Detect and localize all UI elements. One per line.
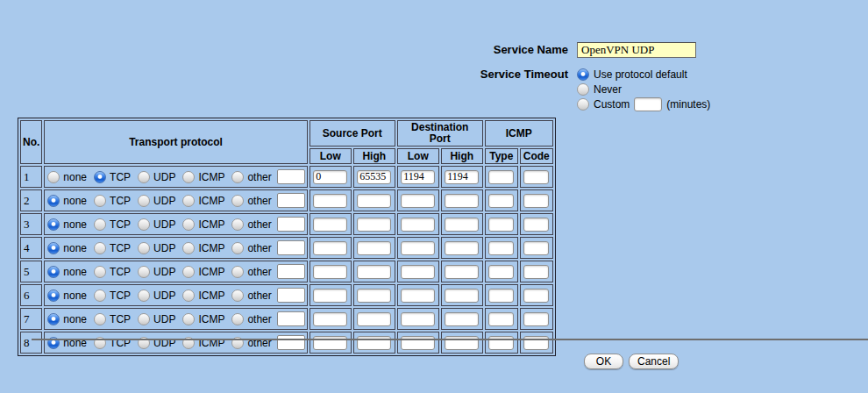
icmp-code-input[interactable] — [523, 312, 549, 326]
none-radio[interactable] — [47, 242, 60, 254]
protocol-option-none[interactable]: none — [47, 242, 87, 254]
tcp-radio[interactable] — [94, 313, 106, 325]
dest-port-high-input[interactable] — [445, 289, 479, 303]
protocol-option-icmp[interactable]: ICMP — [182, 171, 224, 183]
icmp-type-input[interactable] — [488, 194, 514, 208]
icmp-code-input[interactable] — [523, 289, 549, 303]
icmp-type-input[interactable] — [488, 336, 514, 350]
source-port-low-input[interactable] — [313, 241, 347, 255]
protocol-option-tcp[interactable]: TCP — [94, 289, 131, 302]
dest-port-low-input[interactable] — [401, 312, 435, 326]
dest-port-high-input[interactable] — [445, 170, 479, 184]
protocol-option-other[interactable]: other — [231, 266, 271, 278]
other-radio[interactable] — [231, 266, 244, 278]
source-port-high-input[interactable] — [357, 265, 391, 279]
protocol-option-icmp[interactable]: ICMP — [182, 289, 224, 302]
protocol-option-udp[interactable]: UDP — [138, 195, 175, 207]
source-port-high-input[interactable] — [357, 312, 391, 326]
icmp-type-input[interactable] — [488, 170, 514, 184]
protocol-option-none[interactable]: none — [47, 195, 87, 207]
other-protocol-input[interactable] — [277, 193, 305, 208]
icmp-type-input[interactable] — [488, 289, 514, 303]
none-radio[interactable] — [47, 313, 60, 325]
custom-minutes-input[interactable] — [634, 97, 662, 111]
protocol-option-icmp[interactable]: ICMP — [182, 313, 224, 325]
tcp-radio[interactable] — [94, 195, 106, 207]
source-port-high-input[interactable] — [357, 241, 391, 255]
icmp-radio[interactable] — [182, 171, 195, 183]
dest-port-high-input[interactable] — [445, 265, 479, 279]
protocol-option-none[interactable]: none — [47, 218, 87, 231]
other-protocol-input[interactable] — [277, 240, 305, 255]
tcp-radio[interactable] — [94, 289, 106, 302]
protocol-option-other[interactable]: other — [231, 289, 271, 302]
icmp-radio[interactable] — [182, 242, 195, 254]
udp-radio[interactable] — [138, 289, 150, 302]
none-radio[interactable] — [47, 171, 60, 183]
none-radio[interactable] — [47, 195, 60, 207]
other-protocol-input[interactable] — [277, 288, 305, 303]
icmp-code-input[interactable] — [523, 194, 549, 208]
tcp-radio[interactable] — [94, 242, 106, 254]
icmp-code-input[interactable] — [523, 218, 549, 232]
protocol-option-none[interactable]: none — [47, 313, 87, 325]
icmp-type-input[interactable] — [488, 265, 514, 279]
protocol-option-other[interactable]: other — [231, 195, 271, 207]
dest-port-low-input[interactable] — [401, 265, 435, 279]
protocol-option-tcp[interactable]: TCP — [94, 171, 131, 183]
protocol-option-other[interactable]: other — [231, 218, 271, 231]
dest-port-low-input[interactable] — [401, 218, 435, 232]
protocol-option-tcp[interactable]: TCP — [94, 313, 131, 325]
service-name-input[interactable] — [577, 42, 696, 58]
tcp-radio[interactable] — [94, 218, 106, 231]
source-port-high-input[interactable] — [357, 170, 391, 184]
icmp-type-input[interactable] — [488, 312, 514, 326]
icmp-radio[interactable] — [182, 289, 195, 302]
udp-radio[interactable] — [138, 195, 150, 207]
tcp-radio[interactable] — [94, 171, 106, 183]
icmp-code-input[interactable] — [523, 336, 549, 350]
other-protocol-input[interactable] — [277, 264, 305, 279]
protocol-option-other[interactable]: other — [231, 313, 271, 325]
other-radio[interactable] — [231, 171, 244, 183]
protocol-option-tcp[interactable]: TCP — [94, 242, 131, 254]
protocol-option-udp[interactable]: UDP — [138, 218, 175, 231]
source-port-low-input[interactable] — [313, 312, 347, 326]
other-radio[interactable] — [231, 218, 244, 231]
udp-radio[interactable] — [138, 313, 150, 325]
none-radio[interactable] — [47, 289, 60, 302]
dest-port-high-input[interactable] — [445, 218, 479, 232]
udp-radio[interactable] — [138, 218, 150, 231]
protocol-option-other[interactable]: other — [231, 171, 271, 183]
source-port-low-input[interactable] — [313, 289, 347, 303]
protocol-option-none[interactable]: none — [47, 171, 87, 183]
timeout-option-use-protocol-default[interactable]: Use protocol default — [577, 68, 710, 82]
protocol-option-udp[interactable]: UDP — [138, 289, 175, 302]
icmp-radio[interactable] — [182, 195, 195, 207]
source-port-high-input[interactable] — [357, 336, 391, 350]
protocol-option-none[interactable]: none — [47, 266, 87, 278]
other-radio[interactable] — [231, 195, 244, 207]
source-port-low-input[interactable] — [313, 170, 347, 184]
icmp-type-input[interactable] — [488, 241, 514, 255]
source-port-low-input[interactable] — [313, 265, 347, 279]
source-port-high-input[interactable] — [357, 194, 391, 208]
protocol-option-udp[interactable]: UDP — [138, 171, 175, 183]
source-port-high-input[interactable] — [357, 289, 391, 303]
icmp-code-input[interactable] — [523, 170, 549, 184]
icmp-code-input[interactable] — [523, 265, 549, 279]
icmp-radio[interactable] — [182, 266, 195, 278]
protocol-option-udp[interactable]: UDP — [138, 313, 175, 325]
icmp-code-input[interactable] — [523, 241, 549, 255]
timeout-option-custom[interactable]: Custom (minutes) — [577, 97, 710, 111]
protocol-option-tcp[interactable]: TCP — [94, 266, 131, 278]
tcp-radio[interactable] — [94, 266, 106, 278]
source-port-low-input[interactable] — [313, 218, 347, 232]
protocol-option-icmp[interactable]: ICMP — [182, 266, 224, 278]
dest-port-high-input[interactable] — [445, 336, 479, 350]
timeout-option-never[interactable]: Never — [577, 82, 710, 96]
protocol-option-icmp[interactable]: ICMP — [182, 218, 224, 231]
dest-port-low-input[interactable] — [401, 241, 435, 255]
none-radio[interactable] — [47, 266, 60, 278]
protocol-option-icmp[interactable]: ICMP — [182, 242, 224, 254]
